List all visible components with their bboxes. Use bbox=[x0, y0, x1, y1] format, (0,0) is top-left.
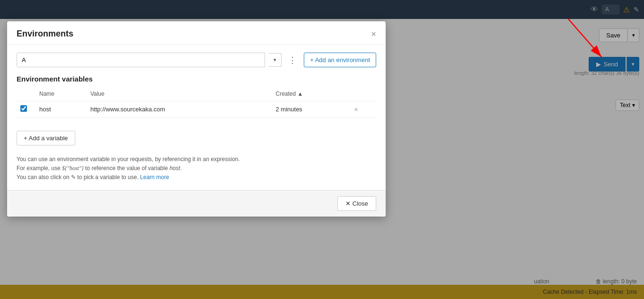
vars-table: Name Value Created ▲ host http://www.sou… bbox=[17, 89, 376, 118]
learn-more-link[interactable]: Learn more bbox=[140, 174, 169, 181]
table-header-row: Name Value Created ▲ bbox=[17, 89, 376, 101]
help-line-2-prefix: For example, use bbox=[17, 165, 62, 172]
help-line-3-suffix: to pick a variable to use. bbox=[77, 174, 138, 181]
help-line-2-suffix: to reference the value of variable bbox=[84, 165, 169, 172]
row-value-cell: http://www.sourcekaka.com bbox=[87, 101, 272, 118]
modal-header: Environments × bbox=[7, 21, 386, 45]
env-selector-caret[interactable]: ▾ bbox=[269, 53, 282, 67]
add-environment-button[interactable]: + Add an environment bbox=[304, 53, 376, 67]
col-created[interactable]: Created ▲ bbox=[272, 89, 351, 101]
help-line-3: You can also click on ✎ to pick a variab… bbox=[17, 173, 376, 182]
env-selector-row: A ▾ ⋮ + Add an environment bbox=[17, 53, 376, 67]
help-line-2: For example, use ${"host"} to reference … bbox=[17, 164, 376, 173]
add-variable-button[interactable]: + Add a variable bbox=[17, 131, 75, 145]
env-vars-section: Environment variables Name Value Created… bbox=[17, 75, 376, 118]
modal-close-button[interactable]: × bbox=[371, 30, 376, 38]
row-checkbox-cell[interactable] bbox=[17, 101, 35, 118]
col-name: Name bbox=[35, 89, 87, 101]
var-checkbox[interactable] bbox=[20, 105, 27, 112]
col-value: Value bbox=[87, 89, 272, 101]
modal-footer: ✕ Close bbox=[7, 190, 386, 217]
environments-modal: Environments × A ▾ ⋮ + Add an environmen… bbox=[7, 21, 386, 217]
env-selector-dropdown[interactable]: A bbox=[17, 53, 265, 67]
help-line-1: You can use an environment variable in y… bbox=[17, 155, 376, 164]
col-checkbox bbox=[17, 89, 35, 101]
env-more-button[interactable]: ⋮ bbox=[285, 53, 300, 67]
close-footer-button[interactable]: ✕ Close bbox=[337, 196, 376, 211]
help-pencil-icon: ✎ bbox=[71, 174, 76, 181]
col-actions bbox=[351, 89, 376, 101]
modal-title: Environments bbox=[17, 29, 73, 39]
help-line-2-code: ${"host"} bbox=[62, 165, 84, 172]
help-line-2-end: . bbox=[180, 165, 182, 172]
env-help-text: You can use an environment variable in y… bbox=[17, 155, 376, 182]
env-vars-title: Environment variables bbox=[17, 75, 376, 83]
delete-var-button[interactable]: × bbox=[354, 106, 358, 113]
help-line-2-varname: host bbox=[169, 165, 180, 172]
help-line-3-prefix: You can also click on bbox=[17, 174, 71, 181]
row-delete-cell[interactable]: × bbox=[351, 101, 376, 118]
row-name-cell: host bbox=[35, 101, 87, 118]
row-created-cell: 2 minutes bbox=[272, 101, 351, 118]
table-row: host http://www.sourcekaka.com 2 minutes… bbox=[17, 101, 376, 118]
modal-body: A ▾ ⋮ + Add an environment Environment v… bbox=[7, 45, 386, 190]
